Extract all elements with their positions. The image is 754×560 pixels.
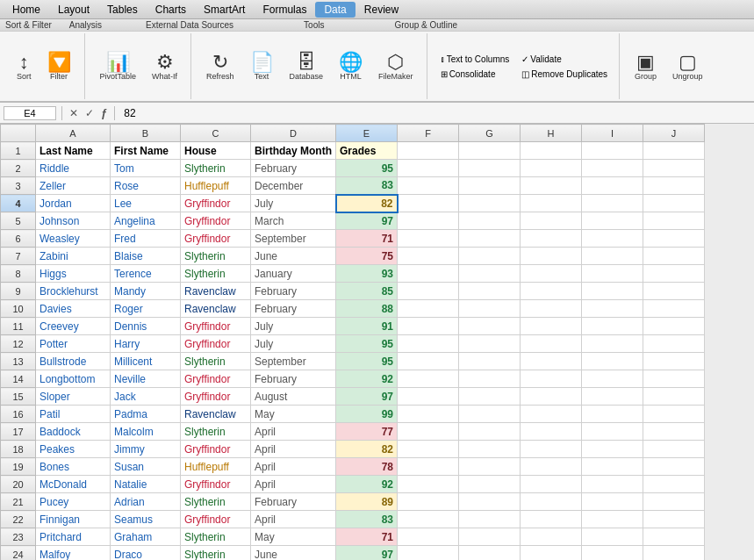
cell-C10[interactable]: Ravenclaw [181, 300, 251, 318]
cell-E8[interactable]: 93 [336, 265, 398, 283]
cell-A20[interactable]: McDonald [36, 476, 111, 493]
cell-D1[interactable]: Birthday Month [251, 142, 336, 160]
cell-B16[interactable]: Padma [111, 406, 181, 423]
cell-B24[interactable]: Draco [111, 546, 181, 561]
cell-F4[interactable] [398, 195, 459, 212]
cell-I6[interactable] [582, 230, 643, 248]
cell-F13[interactable] [398, 353, 459, 370]
cell-G22[interactable] [459, 511, 521, 528]
cell-I12[interactable] [582, 335, 643, 353]
cell-I24[interactable] [582, 546, 643, 561]
cell-H24[interactable] [521, 546, 582, 561]
cell-J15[interactable] [643, 388, 705, 406]
cell-B13[interactable]: Millicent [111, 353, 181, 370]
cell-E18[interactable]: 82 [336, 441, 398, 458]
cell-E21[interactable]: 89 [336, 493, 398, 511]
cell-B6[interactable]: Fred [111, 230, 181, 248]
menu-tables[interactable]: Tables [98, 2, 147, 18]
cell-C19[interactable]: Hufflepuff [181, 458, 251, 476]
cell-A1[interactable]: Last Name [36, 142, 111, 160]
cell-A23[interactable]: Pritchard [36, 528, 111, 546]
cell-A21[interactable]: Pucey [36, 493, 111, 511]
cell-G20[interactable] [459, 476, 521, 493]
cell-G5[interactable] [459, 212, 521, 230]
database-button[interactable]: 🗄 Database [284, 49, 330, 84]
cell-G24[interactable] [459, 546, 521, 561]
cell-A11[interactable]: Creevey [36, 318, 111, 335]
what-if-button[interactable]: ⚙ What-If [146, 49, 183, 84]
cell-C21[interactable]: Slytherin [181, 493, 251, 511]
cell-F1[interactable] [398, 142, 459, 160]
cell-J8[interactable] [643, 265, 705, 283]
cell-I18[interactable] [582, 441, 643, 458]
menu-home[interactable]: Home [4, 2, 49, 18]
cell-I7[interactable] [582, 248, 643, 265]
cell-C2[interactable]: Slytherin [181, 160, 251, 177]
cell-F11[interactable] [398, 318, 459, 335]
cell-A14[interactable]: Longbottom [36, 370, 111, 388]
cell-B10[interactable]: Roger [111, 300, 181, 318]
cell-A3[interactable]: Zeller [36, 177, 111, 195]
cell-J16[interactable] [643, 406, 705, 423]
cell-I20[interactable] [582, 476, 643, 493]
cell-D15[interactable]: August [251, 388, 336, 406]
cell-F22[interactable] [398, 511, 459, 528]
cell-E5[interactable]: 97 [336, 212, 398, 230]
cell-B15[interactable]: Jack [111, 388, 181, 406]
cell-B3[interactable]: Rose [111, 177, 181, 195]
col-header-J[interactable]: J [643, 125, 705, 142]
cell-A15[interactable]: Sloper [36, 388, 111, 406]
cell-B7[interactable]: Blaise [111, 248, 181, 265]
cell-H1[interactable] [521, 142, 582, 160]
cell-I23[interactable] [582, 528, 643, 546]
cell-G15[interactable] [459, 388, 521, 406]
cell-I5[interactable] [582, 212, 643, 230]
cell-D5[interactable]: March [251, 212, 336, 230]
col-header-B[interactable]: B [111, 125, 181, 142]
cell-A18[interactable]: Peakes [36, 441, 111, 458]
cell-B21[interactable]: Adrian [111, 493, 181, 511]
cell-I21[interactable] [582, 493, 643, 511]
col-header-G[interactable]: G [459, 125, 521, 142]
cell-H18[interactable] [521, 441, 582, 458]
cell-E15[interactable]: 97 [336, 388, 398, 406]
cell-J24[interactable] [643, 546, 705, 561]
cell-F14[interactable] [398, 370, 459, 388]
cell-A10[interactable]: Davies [36, 300, 111, 318]
cell-J9[interactable] [643, 283, 705, 300]
cell-I17[interactable] [582, 423, 643, 441]
cell-D2[interactable]: February [251, 160, 336, 177]
menu-charts[interactable]: Charts [147, 2, 195, 18]
cell-H3[interactable] [521, 177, 582, 195]
cell-I10[interactable] [582, 300, 643, 318]
cell-E14[interactable]: 92 [336, 370, 398, 388]
cell-D9[interactable]: February [251, 283, 336, 300]
cell-F21[interactable] [398, 493, 459, 511]
html-button[interactable]: 🌐 HTML [333, 49, 369, 84]
cell-C17[interactable]: Slytherin [181, 423, 251, 441]
cell-J14[interactable] [643, 370, 705, 388]
cell-B12[interactable]: Harry [111, 335, 181, 353]
cell-J12[interactable] [643, 335, 705, 353]
cell-F24[interactable] [398, 546, 459, 561]
cell-H22[interactable] [521, 511, 582, 528]
cell-A12[interactable]: Potter [36, 335, 111, 353]
cell-G10[interactable] [459, 300, 521, 318]
cell-E7[interactable]: 75 [336, 248, 398, 265]
cell-G21[interactable] [459, 493, 521, 511]
cell-B4[interactable]: Lee [111, 195, 181, 212]
cell-B14[interactable]: Neville [111, 370, 181, 388]
cell-D23[interactable]: May [251, 528, 336, 546]
cell-D11[interactable]: July [251, 318, 336, 335]
cell-G18[interactable] [459, 441, 521, 458]
cell-I22[interactable] [582, 511, 643, 528]
cell-F15[interactable] [398, 388, 459, 406]
cell-C1[interactable]: House [181, 142, 251, 160]
cell-H21[interactable] [521, 493, 582, 511]
cell-J18[interactable] [643, 441, 705, 458]
cell-I4[interactable] [582, 195, 643, 212]
cell-E4[interactable]: 82 [336, 195, 398, 212]
cell-G14[interactable] [459, 370, 521, 388]
cell-E6[interactable]: 71 [336, 230, 398, 248]
cell-H23[interactable] [521, 528, 582, 546]
